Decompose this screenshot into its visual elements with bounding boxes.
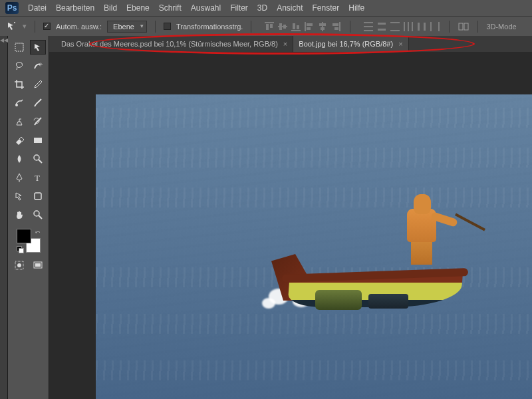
document-tab-1-label: Das Orakel des Meeres.psd bei 10,1% (Stü…: [61, 40, 278, 48]
menu-image[interactable]: Bild: [104, 3, 117, 13]
clone-stamp-tool[interactable]: [11, 114, 27, 129]
dist-bottom-icon[interactable]: [389, 21, 401, 33]
dist-vcenter-icon[interactable]: [376, 21, 388, 33]
menu-help[interactable]: Hilfe: [348, 3, 364, 13]
shape-tool[interactable]: [30, 189, 46, 203]
close-tab-icon[interactable]: ×: [398, 40, 402, 48]
canvas-area: Das Orakel des Meeres.psd bei 10,1% (Stü…: [49, 36, 532, 399]
swap-colors-icon[interactable]: ⤺: [35, 229, 41, 235]
svg-rect-33: [464, 23, 468, 30]
svg-rect-8: [297, 25, 299, 29]
svg-rect-19: [364, 26, 373, 27]
toolbox: T ⤺: [8, 36, 49, 399]
gradient-tool[interactable]: [30, 133, 46, 148]
auto-select-label: Autom. ausw.:: [56, 23, 102, 31]
svg-point-39: [34, 155, 39, 160]
healing-brush-tool[interactable]: [11, 96, 27, 110]
active-tool-indicator[interactable]: [7, 21, 17, 32]
svg-rect-34: [15, 43, 23, 51]
svg-rect-46: [35, 263, 41, 267]
document-tab-2[interactable]: Boot.jpg bei 16,7% (RGB/8#) ×: [293, 36, 408, 52]
svg-text:T: T: [35, 173, 40, 183]
app-logo: Ps: [5, 2, 19, 14]
svg-rect-1: [266, 24, 269, 30]
menu-3d[interactable]: 3D: [257, 3, 267, 13]
hand-tool[interactable]: [11, 207, 27, 222]
svg-rect-18: [364, 22, 373, 23]
close-tab-icon[interactable]: ×: [283, 40, 287, 48]
svg-rect-0: [265, 22, 274, 23]
menu-window[interactable]: Fenster: [313, 3, 340, 13]
align-bottom-icon[interactable]: [290, 21, 302, 33]
pen-tool[interactable]: [11, 170, 27, 185]
menu-type[interactable]: Schrift: [159, 3, 182, 13]
svg-rect-23: [390, 22, 400, 23]
eyedropper-tool[interactable]: [30, 77, 46, 92]
svg-rect-20: [364, 30, 373, 31]
dist-hcenter-icon[interactable]: [416, 21, 428, 33]
type-tool[interactable]: T: [30, 170, 46, 185]
align-right-icon[interactable]: [330, 21, 342, 33]
menu-bar: Ps Datei Bearbeiten Bild Ebene Schrift A…: [0, 0, 532, 16]
dodge-tool[interactable]: [30, 152, 46, 166]
align-left-icon[interactable]: [303, 21, 315, 33]
align-hcenter-icon[interactable]: [317, 21, 329, 33]
dist-right-icon[interactable]: [429, 21, 441, 33]
distribute-buttons: [362, 21, 441, 33]
svg-point-44: [17, 263, 21, 267]
menu-select[interactable]: Auswahl: [191, 3, 221, 13]
auto-align-icon[interactable]: [458, 21, 469, 33]
lasso-tool[interactable]: [11, 59, 27, 73]
quick-mask-tool[interactable]: [11, 258, 27, 273]
svg-rect-5: [283, 25, 286, 29]
fishing-gear: [315, 290, 362, 310]
crop-tool[interactable]: [11, 77, 27, 92]
path-select-tool[interactable]: [11, 189, 27, 203]
dist-top-icon[interactable]: [362, 21, 374, 33]
align-top-icon[interactable]: [263, 21, 275, 33]
fisherman: [402, 194, 442, 267]
svg-rect-4: [279, 23, 282, 30]
show-transform-checkbox[interactable]: [164, 23, 171, 30]
marquee-tool[interactable]: [11, 40, 27, 55]
3d-mode-label[interactable]: 3D-Mode: [486, 23, 516, 31]
svg-rect-7: [293, 23, 295, 29]
svg-rect-27: [412, 22, 413, 31]
svg-rect-28: [418, 23, 420, 31]
svg-rect-37: [34, 138, 42, 143]
blur-tool[interactable]: [11, 152, 27, 166]
document-tab-2-label: Boot.jpg bei 16,7% (RGB/8#): [299, 40, 393, 48]
menu-filter[interactable]: Filter: [230, 3, 248, 13]
svg-rect-21: [378, 23, 386, 25]
move-tool[interactable]: [30, 40, 46, 55]
color-swatches[interactable]: ⤺: [17, 229, 41, 253]
quick-select-tool[interactable]: [30, 59, 46, 73]
menu-file[interactable]: Datei: [28, 3, 47, 13]
svg-rect-9: [305, 22, 306, 31]
menu-view[interactable]: Ansicht: [277, 3, 303, 13]
dist-left-icon[interactable]: [402, 21, 414, 33]
history-brush-tool[interactable]: [30, 114, 46, 129]
auto-select-target-dropdown[interactable]: Ebene: [107, 21, 147, 33]
screen-mode-tool[interactable]: [30, 258, 46, 273]
auto-select-checkbox[interactable]: [43, 23, 51, 30]
svg-rect-31: [438, 22, 440, 31]
zoom-tool[interactable]: [30, 207, 46, 222]
brush-tool[interactable]: [30, 96, 46, 110]
foreground-color[interactable]: [17, 229, 31, 243]
menu-edit[interactable]: Bearbeiten: [56, 3, 94, 13]
boat-hull: [275, 267, 475, 307]
svg-rect-22: [378, 29, 386, 31]
document-canvas[interactable]: [96, 94, 532, 399]
align-vcenter-icon[interactable]: [277, 21, 289, 33]
options-bar: ▾ Autom. ausw.: Ebene Transformationsstr…: [0, 16, 532, 36]
eraser-tool[interactable]: [11, 133, 27, 148]
svg-rect-30: [430, 22, 432, 31]
toolbox-collapse-handle[interactable]: ◀◀: [0, 36, 8, 399]
default-colors-icon[interactable]: [17, 246, 23, 253]
align-buttons: [263, 21, 342, 33]
menu-layer[interactable]: Ebene: [126, 3, 150, 13]
svg-rect-16: [332, 23, 338, 26]
document-tabs: Das Orakel des Meeres.psd bei 10,1% (Stü…: [49, 36, 532, 52]
document-tab-1[interactable]: Das Orakel des Meeres.psd bei 10,1% (Stü…: [56, 36, 293, 52]
